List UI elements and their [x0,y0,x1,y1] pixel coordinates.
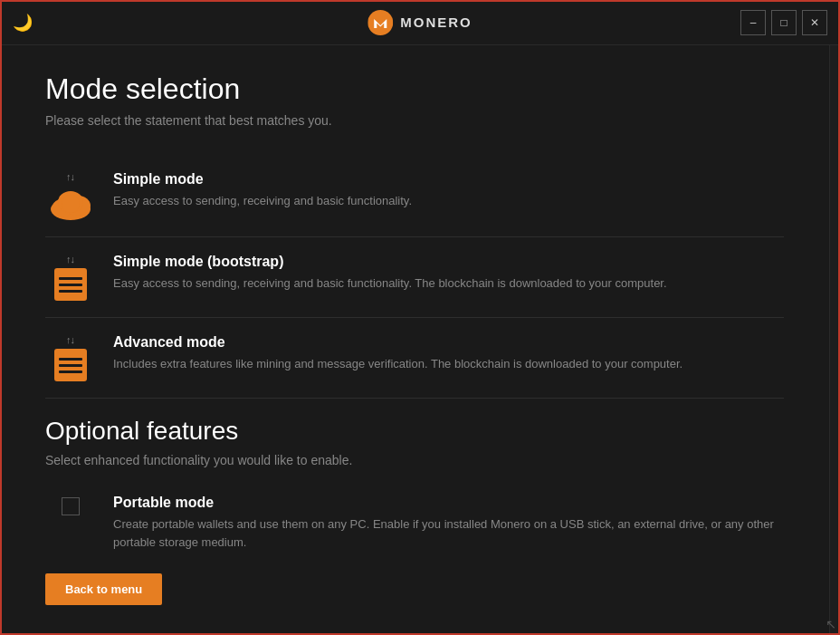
portable-mode-feature: Portable mode Create portable wallets an… [45,486,784,560]
svg-point-5 [62,195,80,213]
title-bar: 🌙 MONERO – □ ✕ [0,0,840,45]
title-bar-left: 🌙 [13,13,33,33]
simple-mode-text: Simple mode Easy access to sending, rece… [113,171,784,210]
main-content: Mode selection Please select the stateme… [0,45,840,635]
server-line-1 [59,277,82,280]
optional-features-title: Optional features [45,417,784,446]
simple-bootstrap-mode-item[interactable]: ↑↓ Simple mode (bootstrap) Easy access t… [45,237,784,318]
optional-features-subtitle: Select enhanced functionality you would … [45,453,784,467]
close-button[interactable]: ✕ [802,10,827,35]
scrollbar-track[interactable] [829,45,840,635]
minimize-button[interactable]: – [740,10,766,35]
advanced-mode-name: Advanced mode [113,334,784,351]
checkbox-container [45,495,95,515]
content-area: Mode selection Please select the stateme… [0,45,829,635]
advanced-server-line-1 [59,358,82,361]
simple-mode-desc: Easy access to sending, receiving and ba… [113,192,784,210]
portable-mode-checkbox[interactable] [62,497,80,515]
simple-bootstrap-mode-text: Simple mode (bootstrap) Easy access to s… [113,254,784,293]
server-icon [54,268,87,301]
advanced-mode-item[interactable]: ↑↓ Advanced mode Includes extra features… [45,318,784,399]
monero-logo-icon [368,10,393,35]
simple-mode-icon-container: ↑↓ [45,171,95,220]
portable-mode-text: Portable mode Create portable wallets an… [113,495,784,551]
advanced-mode-icon-container: ↑↓ [45,334,95,381]
advanced-mode-desc: Includes extra features like mining and … [113,355,784,373]
transfer-arrows-3-icon: ↑↓ [66,334,74,345]
simple-bootstrap-mode-name: Simple mode (bootstrap) [113,254,784,270]
advanced-mode-text: Advanced mode Includes extra features li… [113,334,784,373]
portable-mode-name: Portable mode [113,495,784,511]
transfer-arrows-2-icon: ↑↓ [66,254,74,265]
bottom-bar: Back to menu [45,560,784,614]
back-to-menu-button[interactable]: Back to menu [45,573,162,605]
server-line-3 [59,290,82,293]
transfer-arrows-icon: ↑↓ [66,171,74,182]
portable-mode-desc: Create portable wallets and use them on … [113,515,784,551]
server-line-2 [59,284,82,286]
title-bar-right: – □ ✕ [740,10,827,35]
simple-mode-item[interactable]: ↑↓ Simple mode Easy access to sending, r… [45,155,784,237]
maximize-button[interactable]: □ [771,10,797,35]
simple-bootstrap-icon-container: ↑↓ [45,254,95,301]
app-title: MONERO [400,14,472,30]
advanced-server-icon [54,349,87,381]
title-bar-center: MONERO [368,10,472,35]
advanced-server-line-2 [59,364,82,367]
cloud-icon [47,186,94,220]
moon-icon: 🌙 [13,13,33,33]
resize-handle-icon[interactable]: ↗ [822,617,836,631]
advanced-server-line-3 [59,370,82,373]
page-subtitle: Please select the statement that best ma… [45,113,784,128]
page-title: Mode selection [45,72,784,106]
simple-bootstrap-mode-desc: Easy access to sending, receiving and ba… [113,274,784,293]
svg-point-0 [368,10,393,35]
simple-mode-name: Simple mode [113,171,784,188]
